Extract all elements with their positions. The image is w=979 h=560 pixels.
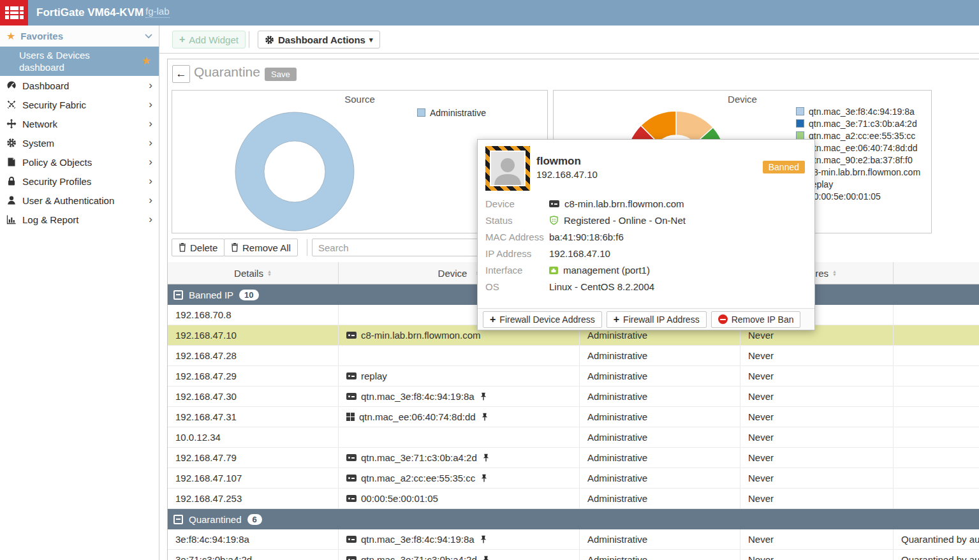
person-silhouette-icon xyxy=(490,151,526,186)
table-row[interactable]: 192.168.47.253 00:00:5e:00:01:05 Adminis… xyxy=(168,489,979,509)
gauge-icon xyxy=(6,80,17,91)
remove-all-button[interactable]: Remove All xyxy=(224,239,298,256)
topbar: FortiGate VM64-KVM fg-lab xyxy=(0,0,979,26)
field-label-status: Status xyxy=(485,215,549,226)
button-label: Firewall IP Address xyxy=(623,314,700,325)
delete-label: Delete xyxy=(190,242,217,253)
shield-icon xyxy=(549,216,559,225)
sidebar-item-network[interactable]: Network › xyxy=(0,114,159,133)
sidebar-item-label: Security Profiles xyxy=(22,176,91,187)
quarantined-section-bar[interactable]: Quarantined 6 xyxy=(168,509,979,529)
expires-cell: Never xyxy=(740,346,894,365)
sidebar-item-dashboard[interactable]: Dashboard › xyxy=(0,76,159,95)
table-row[interactable]: 192.168.47.79 qtn.mac_3e:71:c3:0b:a4:2d … xyxy=(168,448,979,468)
field-label-mac: MAC Address xyxy=(485,232,549,242)
source-cell: Administrative xyxy=(580,529,740,549)
remove-ip-ban-button[interactable]: Remove IP Ban xyxy=(711,311,801,328)
chevron-right-icon: › xyxy=(149,119,152,129)
details-cell: 3e:f8:4c:94:19:8a xyxy=(168,529,339,549)
table-row[interactable]: 192.168.47.30 qtn.mac_3e:f8:4c:94:19:8a … xyxy=(168,387,979,407)
count-badge: 6 xyxy=(247,514,262,525)
expires-cell: Never xyxy=(740,387,894,406)
pin-icon xyxy=(481,474,487,482)
sidebar-item-policy-objects[interactable]: Policy & Objects › xyxy=(0,152,159,172)
source-cell: Administrative xyxy=(580,550,740,560)
save-button[interactable]: Save xyxy=(265,68,297,81)
firewall-ip-address-button[interactable]: + Firewall IP Address xyxy=(607,311,707,328)
delete-button[interactable]: Delete xyxy=(172,239,225,256)
legend-item[interactable]: qtn.mac_3e:f8:4c:94:19:8a xyxy=(796,105,920,117)
add-widget-button[interactable]: + Add Widget xyxy=(172,31,246,48)
field-value-device: c8-min.lab.brn.flowmon.com xyxy=(549,198,807,209)
security-fabric-icon xyxy=(6,99,17,110)
plus-icon: + xyxy=(490,314,496,325)
sidebar-item-security-fabric[interactable]: Security Fabric › xyxy=(0,95,159,114)
quarantined-rows: 3e:f8:4c:94:19:8a qtn.mac_3e:f8:4c:94:19… xyxy=(168,529,979,560)
vdom-label[interactable]: fg-lab xyxy=(145,6,170,18)
avatar xyxy=(485,146,530,191)
sidebar-item-users-devices-dashboard[interactable]: Users & Devices dashboard ★ xyxy=(0,47,159,76)
sort-icon: ▲▼ xyxy=(267,270,272,276)
device-name: qtn.mac_3e:f8:4c:94:19:8a xyxy=(361,534,475,545)
table-row[interactable]: 3e:71:c3:0b:a4:2d qtn.mac_3e:71:c3:0b:a4… xyxy=(168,550,979,560)
sidebar-item-system[interactable]: System › xyxy=(0,133,159,152)
widget-title: Quarantine xyxy=(194,64,260,80)
sidebar-item-label: Policy & Objects xyxy=(22,157,92,168)
star-icon: ★ xyxy=(6,30,15,42)
expires-cell: Never xyxy=(740,427,894,447)
table-row[interactable]: 10.0.12.34 Administrative Never xyxy=(168,427,979,448)
ethernet-port-icon xyxy=(549,267,558,274)
sidebar-item-security-profiles[interactable]: Security Profiles › xyxy=(0,172,159,191)
chevron-right-icon: › xyxy=(149,80,152,91)
legend-label: qtn.mac_90:e2:ba:37:8f:f0 xyxy=(809,155,913,165)
legend-item[interactable]: Administrative xyxy=(417,107,486,119)
device-name: qtn.mac_a2:cc:ee:55:35:cc xyxy=(361,473,475,483)
trash-icon xyxy=(231,243,239,252)
table-row[interactable]: 192.168.47.31 qtn.mac_ee:06:40:74:8d:dd … xyxy=(168,407,979,427)
sidebar-item-user-authentication[interactable]: User & Authentication › xyxy=(0,191,159,210)
field-value-mac: ba:41:90:18:6b:f6 xyxy=(549,232,807,242)
legend-label: 00:00:5e:00:01:05 xyxy=(809,191,881,202)
details-cell: 192.168.47.253 xyxy=(168,489,339,508)
table-row[interactable]: 192.168.47.107 qtn.mac_a2:cc:ee:55:35:cc… xyxy=(168,468,979,489)
table-row[interactable]: 192.168.47.29 replay Administrative Neve… xyxy=(168,366,979,387)
collapse-icon[interactable] xyxy=(173,290,183,300)
expires-cell: Never xyxy=(740,366,894,386)
back-button[interactable]: ← xyxy=(172,65,190,83)
device-hostname: flowmon xyxy=(536,155,581,168)
fortinet-logo[interactable] xyxy=(0,0,28,26)
chevron-right-icon: › xyxy=(149,157,152,167)
lock-icon xyxy=(6,176,17,186)
device-cell: qtn.mac_3e:f8:4c:94:19:8a xyxy=(339,529,580,549)
pin-icon xyxy=(483,556,489,560)
policy-document-icon xyxy=(6,157,17,167)
expires-cell: Never xyxy=(740,529,894,549)
details-cell: 192.168.47.79 xyxy=(168,448,339,468)
favorite-item-line1: Users & Devices xyxy=(19,49,140,61)
column-header-comment[interactable] xyxy=(894,262,979,284)
column-header-details[interactable]: Details▲▼ xyxy=(168,262,339,284)
field-label-interface: Interface xyxy=(485,265,549,276)
table-row[interactable]: 3e:f8:4c:94:19:8a qtn.mac_3e:f8:4c:94:19… xyxy=(168,529,979,550)
button-label: Remove IP Ban xyxy=(732,314,794,325)
dashboard-actions-button[interactable]: Dashboard Actions ▾ xyxy=(258,31,380,48)
collapse-icon[interactable] xyxy=(173,515,183,524)
chevron-right-icon: › xyxy=(149,195,152,205)
favorites-header[interactable]: ★ Favorites xyxy=(0,26,159,47)
sidebar-item-log-report[interactable]: Log & Report › xyxy=(0,210,159,229)
legend-item[interactable]: qtn.mac_3e:71:c3:0b:a4:2d xyxy=(796,117,920,129)
windows-icon xyxy=(346,413,355,421)
source-chart-title: Source xyxy=(172,94,547,105)
details-cell: 192.168.47.31 xyxy=(168,407,339,427)
terminal-icon xyxy=(346,372,357,379)
sidebar-item-label: Dashboard xyxy=(22,80,69,91)
device-cell: qtn.mac_3e:71:c3:0b:a4:2d xyxy=(339,550,580,560)
chevron-right-icon: › xyxy=(149,138,152,148)
device-ip: 192.168.47.10 xyxy=(536,169,598,180)
chevron-down-icon xyxy=(145,34,152,39)
firewall-device-address-button[interactable]: + Firewall Device Address xyxy=(483,311,602,328)
favorite-item-line2: dashboard xyxy=(19,61,140,73)
trash-icon xyxy=(179,243,186,252)
minus-circle-icon xyxy=(718,314,728,324)
table-row[interactable]: 192.168.47.28 Administrative Never xyxy=(168,346,979,366)
